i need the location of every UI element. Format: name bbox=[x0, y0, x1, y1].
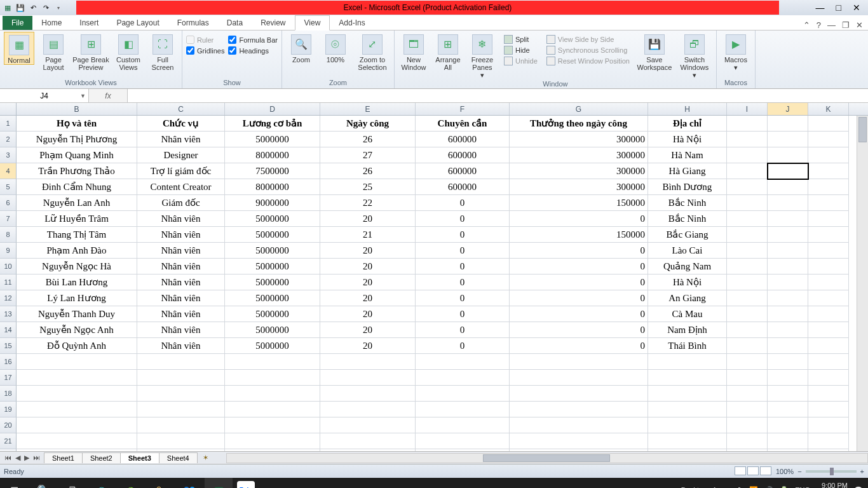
cell[interactable]: 300000 bbox=[510, 132, 648, 147]
cell[interactable]: Cà Mau bbox=[648, 306, 727, 322]
row-header[interactable]: 22 bbox=[0, 449, 17, 451]
cell[interactable]: 20 bbox=[320, 211, 416, 227]
cell[interactable] bbox=[727, 179, 768, 195]
cell[interactable] bbox=[768, 274, 808, 290]
cell[interactable] bbox=[727, 338, 768, 354]
cell[interactable]: Bắc Giang bbox=[648, 227, 727, 243]
cell[interactable]: Nhân viên bbox=[137, 259, 225, 274]
cell[interactable] bbox=[727, 243, 768, 259]
cell[interactable]: 0 bbox=[416, 306, 510, 322]
cell[interactable]: 0 bbox=[510, 290, 648, 306]
col-header[interactable]: C bbox=[137, 103, 225, 115]
cell[interactable]: 20 bbox=[320, 306, 416, 322]
row-header[interactable]: 17 bbox=[0, 370, 17, 386]
cell[interactable] bbox=[320, 433, 416, 449]
cell[interactable] bbox=[768, 354, 808, 370]
cell[interactable] bbox=[768, 211, 808, 227]
cell[interactable] bbox=[320, 417, 416, 433]
cell[interactable]: 0 bbox=[510, 322, 648, 338]
cell[interactable] bbox=[727, 132, 768, 147]
select-all-corner[interactable] bbox=[0, 103, 17, 115]
synchronous-scrolling-button[interactable]: Synchronous Scrolling bbox=[544, 45, 632, 55]
row-header[interactable]: 4 bbox=[0, 163, 17, 179]
sheet-tab[interactable]: Sheet4 bbox=[159, 452, 198, 463]
cell[interactable] bbox=[727, 433, 768, 449]
cell[interactable] bbox=[17, 417, 137, 433]
cell[interactable]: Thưởng theo ngày công bbox=[510, 116, 648, 132]
cell[interactable] bbox=[808, 211, 849, 227]
next-sheet-icon[interactable]: ▶ bbox=[22, 454, 31, 462]
cell[interactable] bbox=[225, 370, 320, 386]
cell[interactable]: Đỗ Quỳnh Anh bbox=[17, 338, 137, 354]
row-header[interactable]: 9 bbox=[0, 243, 17, 259]
cell[interactable]: 0 bbox=[416, 338, 510, 354]
save-workspace-button[interactable]: 💾Save Workspace bbox=[636, 32, 673, 71]
cell[interactable]: Trần Phương Thảo bbox=[17, 163, 137, 179]
scrollbar-thumb[interactable] bbox=[483, 454, 610, 462]
cell[interactable] bbox=[808, 433, 849, 449]
cell[interactable] bbox=[225, 354, 320, 370]
cell[interactable] bbox=[768, 227, 808, 243]
cell[interactable] bbox=[17, 354, 137, 370]
cell[interactable]: 0 bbox=[510, 243, 648, 259]
cell[interactable] bbox=[808, 354, 849, 370]
cell[interactable] bbox=[416, 433, 510, 449]
cell[interactable]: Nguyễn Ngọc Hà bbox=[17, 259, 137, 274]
fx-icon[interactable]: fx bbox=[89, 92, 127, 100]
maximize-button[interactable]: □ bbox=[836, 3, 841, 13]
cell[interactable] bbox=[510, 417, 648, 433]
tray-wifi-icon[interactable]: 📶 bbox=[749, 486, 758, 489]
headings-checkbox[interactable]: Headings bbox=[228, 46, 278, 55]
cell[interactable] bbox=[17, 386, 137, 402]
cell[interactable]: 5000000 bbox=[225, 259, 320, 274]
cell[interactable]: 5000000 bbox=[225, 211, 320, 227]
cell[interactable] bbox=[727, 322, 768, 338]
cell[interactable] bbox=[727, 370, 768, 386]
page-layout-button[interactable]: ▤Page Layout bbox=[38, 32, 69, 71]
cell[interactable] bbox=[727, 417, 768, 433]
zoom-button[interactable]: 🔍Zoom bbox=[286, 32, 316, 64]
col-header[interactable]: B bbox=[17, 103, 137, 115]
cell[interactable] bbox=[727, 116, 768, 132]
sheet-tab[interactable]: Sheet1 bbox=[44, 452, 83, 463]
cell[interactable]: 20 bbox=[320, 274, 416, 290]
cell[interactable] bbox=[510, 354, 648, 370]
cell[interactable]: 300000 bbox=[510, 163, 648, 179]
row-header[interactable]: 10 bbox=[0, 259, 17, 274]
cell[interactable]: Hà Giang bbox=[648, 163, 727, 179]
sheet-tab[interactable]: Sheet3 bbox=[120, 452, 159, 463]
cell[interactable]: Hà Nam bbox=[648, 147, 727, 163]
cell[interactable] bbox=[768, 449, 808, 451]
cell[interactable]: Trợ lí giám đốc bbox=[137, 163, 225, 179]
freeze-panes-button[interactable]: ❄Freeze Panes▾ bbox=[467, 32, 498, 79]
tray-volume-icon[interactable]: 🔊 bbox=[764, 486, 773, 489]
view-side-by-side-button[interactable]: View Side by Side bbox=[544, 34, 632, 44]
search-icon[interactable]: 🔍 bbox=[29, 478, 57, 488]
cell[interactable]: Chức vụ bbox=[137, 116, 225, 132]
cell[interactable] bbox=[808, 322, 849, 338]
cell[interactable] bbox=[510, 370, 648, 386]
row-header[interactable]: 11 bbox=[0, 274, 17, 290]
col-header[interactable]: J bbox=[768, 103, 808, 115]
cell[interactable] bbox=[727, 274, 768, 290]
cell[interactable]: Nhân viên bbox=[137, 322, 225, 338]
cell[interactable]: Họ và tên bbox=[17, 116, 137, 132]
zalo-icon[interactable]: Zalo bbox=[237, 481, 255, 488]
cell[interactable]: Thang Thị Tâm bbox=[17, 227, 137, 243]
cell[interactable]: 21 bbox=[320, 227, 416, 243]
horizontal-scrollbar[interactable] bbox=[226, 453, 868, 463]
cell[interactable] bbox=[808, 163, 849, 179]
cell[interactable] bbox=[416, 417, 510, 433]
row-header[interactable]: 19 bbox=[0, 402, 17, 417]
cell[interactable]: Phạm Anh Đào bbox=[17, 243, 137, 259]
cell[interactable]: 0 bbox=[510, 211, 648, 227]
cell[interactable]: 0 bbox=[416, 227, 510, 243]
row-header[interactable]: 2 bbox=[0, 132, 17, 147]
cell[interactable]: 26 bbox=[320, 163, 416, 179]
workbook-close-icon[interactable]: ✕ bbox=[856, 20, 863, 30]
cell[interactable] bbox=[808, 259, 849, 274]
cell[interactable] bbox=[225, 433, 320, 449]
cell[interactable] bbox=[808, 227, 849, 243]
tab-view[interactable]: View bbox=[295, 15, 330, 30]
cell[interactable]: Bình Dương bbox=[648, 179, 727, 195]
